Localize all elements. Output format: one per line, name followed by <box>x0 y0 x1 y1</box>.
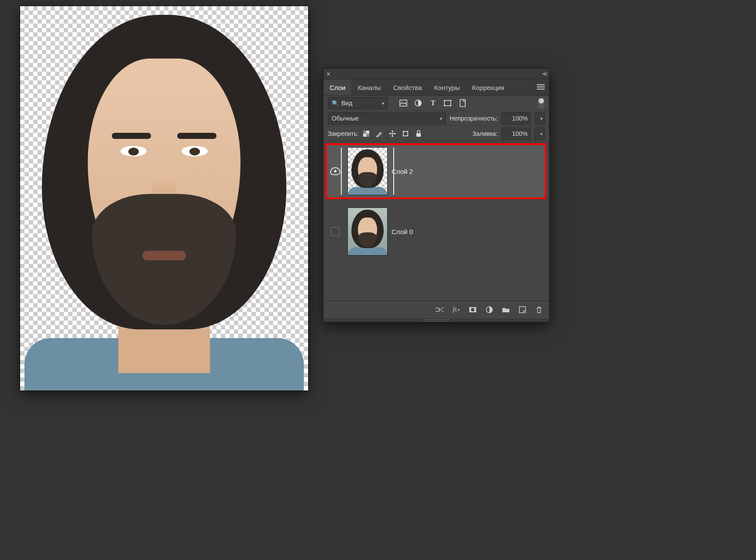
tab-channels[interactable]: Каналы <box>351 80 387 95</box>
layer-row[interactable]: Слой 0 <box>325 204 546 259</box>
fill-label: Заливка: <box>472 130 498 137</box>
collapse-icon[interactable]: ≪ <box>542 71 546 77</box>
svg-rect-3 <box>444 100 445 101</box>
lock-move-icon[interactable] <box>388 130 396 138</box>
layer-thumbnail[interactable] <box>348 148 387 195</box>
opacity-stepper[interactable]: ▾ <box>534 112 545 124</box>
fill-value[interactable]: 100% <box>501 128 531 140</box>
group-icon[interactable] <box>502 306 510 314</box>
link-layers-icon[interactable] <box>436 306 443 314</box>
panel-resize-grip[interactable] <box>323 318 549 322</box>
portrait-image <box>33 6 295 391</box>
visibility-hidden-icon[interactable] <box>331 227 340 236</box>
layers-panel-footer: fx▾ <box>323 301 549 318</box>
layers-list: Слой 2 Слой 0 <box>323 142 549 266</box>
tab-paths[interactable]: Контуры <box>428 80 466 95</box>
layer-row[interactable]: Слой 2 <box>325 143 546 199</box>
lock-all-icon[interactable] <box>415 130 423 138</box>
filter-row: 🔍Вид ▾ T <box>323 96 549 111</box>
close-icon[interactable]: ✕ <box>326 71 331 77</box>
svg-rect-7 <box>460 100 465 107</box>
tab-adjustments[interactable]: Коррекция <box>466 80 510 95</box>
fill-stepper[interactable]: ▾ <box>534 128 545 140</box>
lock-fill-row: Закрепить: Заливка: 100% ▾ <box>323 126 549 142</box>
lock-label: Закрепить: <box>328 130 359 137</box>
layer-kind-label: Вид <box>341 100 352 107</box>
tab-label: Контуры <box>434 84 460 91</box>
visibility-eye-icon[interactable] <box>330 167 340 175</box>
svg-rect-5 <box>444 105 445 106</box>
lock-transparent-icon[interactable] <box>362 130 370 138</box>
thumb-bracket <box>341 148 342 195</box>
document-canvas[interactable] <box>20 6 308 391</box>
tab-label: Слои <box>330 84 345 91</box>
layer-thumbnail[interactable] <box>348 208 387 255</box>
mask-icon[interactable] <box>469 306 477 314</box>
blend-mode-value: Обычные <box>332 115 359 122</box>
thumb-bracket <box>393 148 394 195</box>
smartobject-filter-icon[interactable] <box>459 99 467 107</box>
blend-opacity-row: Обычные ▾ Непрозрачность: 100% ▾ <box>323 111 549 126</box>
layer-name[interactable]: Слой 2 <box>392 168 413 175</box>
fx-icon[interactable]: fx▾ <box>452 306 460 314</box>
tab-label: Коррекция <box>472 84 504 91</box>
svg-rect-2 <box>444 100 451 106</box>
image-filter-icon[interactable] <box>399 99 407 107</box>
panel-menu-icon[interactable] <box>537 84 545 91</box>
svg-point-18 <box>471 308 474 311</box>
opacity-value[interactable]: 100% <box>501 112 531 124</box>
svg-rect-11 <box>403 131 408 136</box>
chevron-down-icon: ▾ <box>540 116 543 121</box>
layers-panel: ✕ ≪ Слои Каналы Свойства Контуры Коррекц… <box>323 68 550 322</box>
trash-icon[interactable] <box>535 306 543 314</box>
svg-rect-9 <box>363 131 366 134</box>
panel-titlebar[interactable]: ✕ ≪ <box>323 69 549 80</box>
canvas-transparency-bg <box>20 6 308 391</box>
panel-tabs: Слои Каналы Свойства Контуры Коррекция <box>323 80 549 96</box>
svg-rect-4 <box>450 100 451 101</box>
filter-toggle[interactable] <box>538 97 545 109</box>
tab-properties[interactable]: Свойства <box>387 80 428 95</box>
adjustment-layer-icon[interactable] <box>485 306 493 314</box>
tab-layers[interactable]: Слои <box>323 80 351 95</box>
svg-rect-10 <box>366 134 369 137</box>
new-layer-icon[interactable] <box>519 306 526 314</box>
tab-label: Свойства <box>393 84 422 91</box>
adjustment-filter-icon[interactable] <box>414 99 422 107</box>
lock-artboard-icon[interactable] <box>402 130 409 138</box>
chevron-down-icon: ▾ <box>440 116 442 121</box>
tab-label: Каналы <box>357 84 381 91</box>
blend-mode-select[interactable]: Обычные ▾ <box>328 112 446 124</box>
opacity-label: Непрозрачность: <box>450 115 498 122</box>
shape-filter-icon[interactable] <box>444 99 452 107</box>
search-icon: 🔍 <box>332 100 339 107</box>
chevron-down-icon: ▾ <box>382 101 384 106</box>
lock-brush-icon[interactable] <box>375 130 383 138</box>
svg-rect-6 <box>450 105 451 106</box>
layer-kind-select[interactable]: 🔍Вид ▾ <box>328 97 388 109</box>
type-filter-icon[interactable]: T <box>429 99 437 107</box>
layer-name[interactable]: Слой 0 <box>392 228 413 235</box>
svg-rect-16 <box>416 133 421 137</box>
chevron-down-icon: ▾ <box>540 131 543 136</box>
